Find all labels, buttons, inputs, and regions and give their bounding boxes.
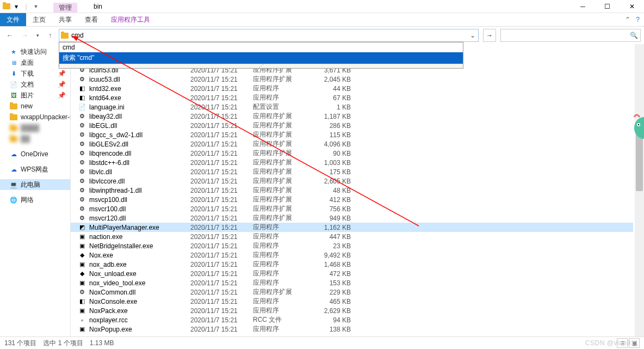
file-name: NoxCommon.dll (87, 289, 190, 296)
file-row[interactable]: ◧NoxConsole.exe2020/11/7 15:21应用程序465 KB (71, 297, 633, 306)
file-name: MultiPlayerManager.exe (87, 224, 190, 231)
file-type: 应用程序 (253, 306, 313, 315)
file-name: libvlccore.dll (87, 177, 190, 185)
file-row[interactable]: ▣nox_video_tool.exe2020/11/7 15:21应用程序15… (71, 278, 633, 287)
sidebar-onedrive[interactable]: ☁OneDrive (0, 149, 70, 160)
up-button[interactable]: ↑ (44, 29, 57, 42)
file-row[interactable]: ◧kntd64.exe2020/11/7 15:21应用程序67 KB (71, 93, 633, 102)
back-button[interactable]: ← (3, 29, 16, 42)
file-row[interactable]: ⚙libgcc_s_dw2-1.dll2020/11/7 15:21应用程序扩展… (71, 130, 633, 139)
sidebar-label: OneDrive (21, 150, 48, 158)
file-row[interactable]: ⚙libvlccore.dll2020/11/7 15:21应用程序扩展2,60… (71, 176, 633, 186)
qat-overflow-icon[interactable]: ▼ (32, 2, 40, 11)
app-tools-tab[interactable]: 应用程序工具 (104, 13, 157, 26)
file-tab[interactable]: 文件 (0, 13, 26, 26)
file-date: 2020/11/7 15:21 (190, 196, 253, 204)
file-name: NetBridgeInstaller.exe (87, 242, 190, 250)
address-bar[interactable]: ⌄ (59, 29, 479, 42)
ribbon-expand-icon[interactable]: ⌃ (625, 16, 630, 23)
file-row[interactable]: ⚙libGLESv2.dll2020/11/7 15:21应用程序扩展4,096… (71, 139, 633, 149)
file-date: 2020/11/7 15:21 (190, 85, 253, 93)
file-date: 2020/11/7 15:21 (190, 103, 253, 111)
sidebar-this-pc[interactable]: 💻此电脑 (0, 179, 70, 190)
file-size: 1,162 KB (313, 224, 351, 231)
sidebar-pictures[interactable]: 🖼图片📌 (0, 90, 70, 101)
scrollbar[interactable] (635, 44, 644, 336)
address-suggestion[interactable]: cmd (59, 42, 463, 52)
file-row[interactable]: ⚙NoxCommon.dll2020/11/7 15:21应用程序扩展229 K… (71, 287, 633, 297)
file-row[interactable]: ▫noxplayer.rcc2020/11/7 15:21RCC 文件94 KB (71, 315, 633, 324)
share-tab[interactable]: 共享 (52, 13, 78, 26)
file-size: 2,605 KB (313, 177, 351, 185)
file-row[interactable]: ▣nox_adb.exe2020/11/7 15:21应用程序1,468 KB (71, 260, 633, 269)
view-tab[interactable]: 查看 (78, 13, 104, 26)
ribbon-help-icon[interactable]: ? (636, 16, 640, 23)
file-size: 48 KB (313, 187, 351, 194)
file-name: msvcr120.dll (87, 215, 190, 222)
file-row[interactable]: ⚙msvcr100.dll2020/11/7 15:21应用程序扩展756 KB (71, 204, 633, 213)
sidebar-wps[interactable]: ☁WPS网盘 (0, 164, 70, 175)
file-type: 应用程序 (253, 84, 313, 93)
file-date: 2020/11/7 15:21 (190, 131, 253, 139)
file-row[interactable]: ▣naction.exe2020/11/7 15:21应用程序447 KB (71, 232, 633, 241)
address-input[interactable] (70, 32, 467, 39)
minimize-button[interactable]: ─ (571, 0, 595, 13)
file-row[interactable]: ⚙msvcp100.dll2020/11/7 15:21应用程序扩展412 KB (71, 195, 633, 204)
forward-button[interactable]: → (18, 29, 32, 42)
close-button[interactable]: ✕ (620, 0, 644, 13)
file-size: 1,468 KB (313, 261, 351, 268)
recent-button[interactable]: ▾ (34, 29, 41, 42)
file-name: nox_video_tool.exe (87, 279, 190, 287)
file-type: 应用程序扩展 (253, 75, 313, 84)
file-row[interactable]: ◧kntd32.exe2020/11/7 15:21应用程序44 KB (71, 84, 633, 93)
file-name: kntd32.exe (87, 85, 190, 93)
file-name: libGLESv2.dll (87, 140, 190, 148)
file-row[interactable]: ▣NoxPack.exe2020/11/7 15:21应用程序2,629 KB (71, 306, 633, 315)
file-row[interactable]: ▣NoxPopup.exe2020/11/7 15:21应用程序138 KB (71, 324, 633, 334)
search-box[interactable]: 🔍 (500, 29, 641, 42)
file-icon: ◩ (77, 224, 87, 231)
sidebar-documents[interactable]: 📄文档📌 (0, 79, 70, 90)
sidebar: ★快速访问 🖥桌面📌 ⬇下载📌 📄文档📌 🖼图片📌 new wxappUnpac… (0, 44, 71, 336)
qat-down-icon[interactable]: ▾ (12, 2, 21, 11)
file-name: libEGL.dll (87, 122, 190, 130)
file-type: 应用程序扩展 (253, 195, 313, 204)
sidebar-folder-wx[interactable]: wxappUnpacker-m (0, 112, 70, 123)
file-name: libstdc++-6.dll (87, 159, 190, 167)
file-row[interactable]: ▣NetBridgeInstaller.exe2020/11/7 15:21应用… (71, 241, 633, 250)
sidebar-downloads[interactable]: ⬇下载📌 (0, 68, 70, 79)
address-dropdown-icon[interactable]: ⌄ (467, 32, 478, 39)
go-button[interactable]: → (483, 29, 496, 42)
file-type: 应用程序 (253, 250, 313, 260)
maximize-button[interactable]: ☐ (595, 0, 620, 13)
folder-icon (10, 102, 17, 110)
search-icon[interactable]: 🔍 (630, 32, 638, 39)
pin-icon: 📌 (58, 91, 66, 99)
sidebar-network[interactable]: 🌐网络 (0, 194, 70, 205)
file-row[interactable]: ⚙libvlc.dll2020/11/7 15:21应用程序扩展175 KB (71, 167, 633, 176)
file-row[interactable]: ⚙libqrencode.dll2020/11/7 15:21应用程序扩展90 … (71, 149, 633, 158)
status-selected: 选中 1 个项目 (43, 339, 83, 348)
file-row[interactable]: ◆Nox.exe2020/11/7 15:21应用程序9,492 KB (71, 250, 633, 260)
file-icon: ▣ (77, 279, 87, 286)
dropdown-resize-grip[interactable]: ⋰ (59, 64, 463, 68)
context-tab[interactable]: 管理 (53, 3, 77, 13)
file-row[interactable]: 📄language.ini2020/11/7 15:21配置设置1 KB (71, 102, 633, 112)
file-icon: ⚙ (77, 113, 87, 120)
file-row[interactable]: ⚙icuuc53.dll2020/11/7 15:21应用程序扩展2,045 K… (71, 75, 633, 84)
file-row[interactable]: ⚙msvcr120.dll2020/11/7 15:21应用程序扩展949 KB (71, 213, 633, 223)
file-row[interactable]: ⚙libEGL.dll2020/11/7 15:21应用程序扩展286 KB (71, 121, 633, 130)
file-row[interactable]: ⚙libwinpthread-1.dll2020/11/7 15:21应用程序扩… (71, 186, 633, 195)
home-tab[interactable]: 主页 (26, 13, 52, 26)
file-size: 949 KB (313, 215, 351, 222)
file-row[interactable]: ⚙libstdc++-6.dll2020/11/7 15:21应用程序扩展1,0… (71, 158, 633, 167)
address-suggestion-selected[interactable]: 搜索 "cmd" (59, 52, 463, 64)
file-name: kntd64.exe (87, 94, 190, 102)
sidebar-folder-new[interactable]: new (0, 101, 70, 112)
file-row[interactable]: ◩MultiPlayerManager.exe2020/11/7 15:21应用… (71, 223, 633, 232)
file-row[interactable]: ◆Nox_unload.exe2020/11/7 15:21应用程序472 KB (71, 269, 633, 278)
file-row[interactable]: ⚙libeay32.dll2020/11/7 15:21应用程序扩展1,187 … (71, 112, 633, 121)
file-type: 应用程序 (253, 278, 313, 287)
nav-row: ← → ▾ ↑ ⌄ cmd 搜索 "cmd" ⋰ → 🔍 (0, 27, 644, 44)
file-name: msvcr100.dll (87, 205, 190, 213)
